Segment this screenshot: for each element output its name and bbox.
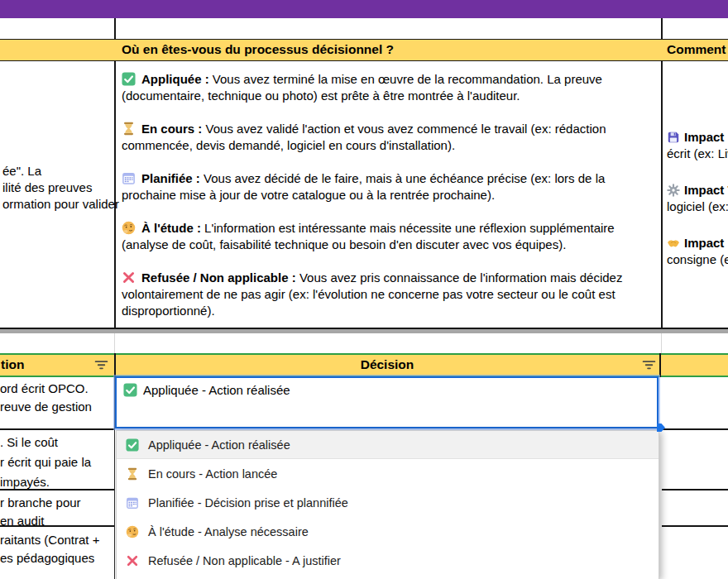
row-border: [662, 489, 728, 490]
thinking-face-icon: [122, 221, 136, 235]
table-row: ord écrit OPCO.reuve de gestion: [0, 380, 92, 416]
legend-item: Appliquée : Vous avez terminé la mise en…: [122, 71, 658, 104]
top-header-row: Où en êtes-vous du processus décisionnel…: [0, 39, 728, 61]
check-icon: [126, 438, 139, 452]
dropdown-item[interactable]: Appliquée - Action réalisée: [117, 431, 659, 459]
impact-item: Impact Tlogiciel (ex:: [667, 182, 728, 215]
dropdown-item-label: Appliquée - Action réalisée: [148, 438, 290, 452]
dropdown-item-label: Refusée / Non applicable - A justifier: [148, 554, 341, 567]
row-border: [0, 428, 114, 430]
header-comment: Comment: [667, 42, 726, 57]
dropdown-item-label: À l'étude - Analyse nécessaire: [148, 525, 309, 538]
left-truncated-note: ée". Lailité des preuvesormation pour va…: [2, 163, 118, 213]
cross-icon: [126, 554, 139, 567]
dropdown-item-label: Planifiée - Décision prise et plannifiée: [148, 496, 348, 510]
legend-item: Planifiée : Vous avez décidé de le faire…: [122, 170, 658, 203]
freeze-split-bar[interactable]: [0, 329, 728, 333]
decision-cell-selected[interactable]: Appliquée - Action réalisée: [115, 376, 659, 428]
table-row: r branche pouren audit: [0, 494, 81, 530]
thinking-face-icon: [126, 525, 139, 538]
app-top-bar: [0, 0, 728, 18]
column-header-decision: Décision: [114, 357, 660, 372]
bottom-table-header: tion Décision: [0, 353, 728, 377]
dropdown-item[interactable]: À l'étude - Analyse nécessaire: [117, 517, 659, 546]
hourglass-icon: [122, 122, 136, 136]
calendar-icon: [126, 496, 139, 510]
legend-item: Refusée / Non applicable : Vous avez pri…: [122, 270, 658, 319]
fill-handle[interactable]: [657, 423, 665, 432]
legend-item: En cours : Vous avez validé l'action et …: [122, 121, 658, 154]
column-header-action: tion: [1, 357, 24, 372]
legend-item: À l'étude : L'information est intéressan…: [122, 220, 658, 253]
row-border: [662, 428, 728, 430]
status-legend: Appliquée : Vous avez terminé la mise en…: [122, 71, 658, 336]
cross-icon: [122, 270, 136, 285]
dropdown-item[interactable]: Planifiée - Décision prise et plannifiée: [117, 488, 659, 517]
impact-column: Impactécrit (ex: LivImpact Tlogiciel (ex…: [667, 129, 728, 288]
table-row: raitants (Contrat +es pédagogiques: [0, 531, 99, 567]
dropdown-item[interactable]: En cours - Action lancée: [117, 459, 659, 488]
filter-icon[interactable]: [93, 357, 109, 373]
gear-icon: [667, 184, 680, 197]
filter-icon[interactable]: [641, 357, 657, 373]
column-border-right: [661, 18, 663, 328]
hourglass-icon: [126, 467, 139, 481]
header-process-question: Où en êtes-vous du processus décisionnel…: [122, 42, 394, 57]
impact-item: Impactconsigne (e: [667, 235, 728, 268]
header-cell-border: [114, 353, 116, 377]
decision-dropdown: Appliquée - Action réaliséeEn cours - Ac…: [116, 430, 659, 579]
selected-cell-value: Appliquée - Action réalisée: [143, 383, 290, 397]
header-cell-border: [659, 353, 661, 377]
spreadsheet-view: Où en êtes-vous du processus décisionnel…: [0, 0, 728, 579]
dropdown-item[interactable]: Refusée / Non applicable - A justifier: [117, 546, 659, 575]
check-icon: [123, 383, 137, 397]
handshake-icon: [667, 237, 680, 250]
floppy-disk-icon: [667, 131, 680, 144]
selected-cell-icon-slot: [123, 383, 143, 397]
check-icon: [122, 72, 136, 86]
gridline: [661, 333, 662, 353]
gridline: [114, 333, 115, 353]
impact-item: Impactécrit (ex: Liv: [667, 129, 728, 162]
dropdown-item-label: En cours - Action lancée: [148, 467, 277, 481]
calendar-icon: [122, 171, 136, 185]
row-border: [662, 525, 728, 527]
table-row: . Si le coûtr écrit qui paie laimpayés.: [0, 433, 91, 492]
